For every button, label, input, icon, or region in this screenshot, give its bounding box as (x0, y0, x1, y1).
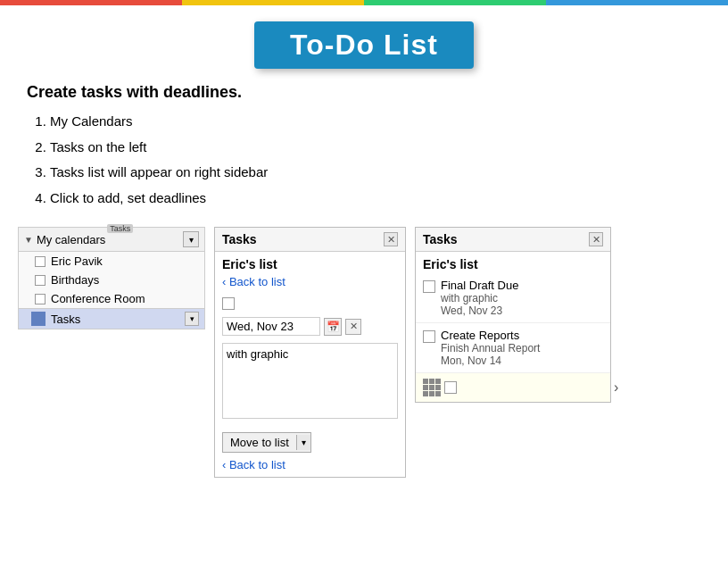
task-edit-panel-title: Tasks (222, 232, 257, 246)
task-1-checkbox[interactable] (423, 330, 435, 343)
title-section: To-Do List (0, 21, 728, 69)
back-to-list-link-top[interactable]: ‹ Back to list (215, 273, 405, 294)
task-edit-panel: Tasks ✕ Eric's list ‹ Back to list 📅 ✕ M… (214, 227, 406, 478)
page-title: To-Do List (254, 21, 474, 69)
birthdays-label: Birthdays (51, 273, 99, 287)
instructions-section: Create tasks with deadlines. My Calendar… (0, 83, 728, 211)
task-0-checkbox[interactable] (423, 280, 435, 293)
tasks-color-icon (31, 312, 46, 326)
task-edit-panel-close-button[interactable]: ✕ (384, 232, 398, 246)
instructions-list: My CalendarsTasks on the leftTasks list … (27, 109, 701, 211)
conference-room-checkbox[interactable] (35, 294, 46, 304)
sidebar-calendar: ▼ My calendars Tasks ▾ Eric Pavik Birthd… (18, 227, 205, 329)
instruction-step-2: Tasks list will appear on right sidebar (50, 160, 701, 186)
sidebar-my-calendars-label: My calendars (37, 233, 105, 246)
back-to-list-link-bottom[interactable]: ‹ Back to list (215, 456, 405, 477)
task-list-panel-subheader: Eric's list (416, 252, 610, 273)
task-list-panel-header: Tasks ✕ (416, 228, 610, 252)
move-to-list-row: Move to list ▾ (215, 425, 405, 456)
sidebar-tasks-badge: Tasks (107, 224, 133, 233)
new-task-list-checkbox[interactable] (444, 381, 457, 394)
new-task-row: › (416, 373, 610, 402)
task-0-name: Final Draft Due (441, 279, 518, 292)
eric-pavik-checkbox[interactable] (35, 256, 46, 267)
birthdays-checkbox[interactable] (35, 275, 46, 286)
task-list-panel-close-button[interactable]: ✕ (589, 232, 603, 246)
instruction-step-1: Tasks on the left (50, 135, 701, 161)
task-1-note: Finish Annual Report (441, 342, 540, 354)
move-to-list-button[interactable]: Move to list ▾ (222, 432, 311, 453)
new-task-input[interactable] (460, 381, 610, 395)
new-task-checkbox[interactable] (222, 297, 235, 310)
task-list-item-1: Create Reports Finish Annual Report Mon,… (416, 323, 610, 373)
new-task-grid-icon (423, 379, 441, 396)
date-clear-button[interactable]: ✕ (345, 319, 361, 335)
task-edit-panel-header: Tasks ✕ (215, 228, 405, 252)
new-task-expand-arrow[interactable]: › (614, 379, 618, 396)
task-1-name: Create Reports (441, 329, 540, 342)
sidebar-header: ▼ My calendars Tasks ▾ (19, 228, 204, 252)
sidebar-item-eric-pavik: Eric Pavik (19, 252, 204, 271)
top-color-bar (0, 0, 728, 5)
sidebar-collapse-arrow: ▼ (24, 235, 33, 245)
tasks-row-label: Tasks (51, 313, 179, 326)
eric-pavik-label: Eric Pavik (51, 254, 103, 268)
task-list-panel-title: Tasks (423, 232, 458, 246)
move-to-list-dropdown-arrow: ▾ (296, 435, 310, 450)
task-new-checkbox-row (215, 294, 405, 313)
tasks-arrow-button[interactable]: ▾ (185, 312, 199, 326)
task-0-note: with graphic (441, 292, 518, 304)
main-content: ▼ My calendars Tasks ▾ Eric Pavik Birthd… (0, 227, 728, 478)
move-to-list-label: Move to list (223, 433, 296, 452)
instruction-step-3: Click to add, set deadlines (50, 186, 701, 212)
sidebar-item-conference-room: Conference Room (19, 289, 204, 308)
task-list-item-0: Final Draft Due with graphic Wed, Nov 23 (416, 273, 610, 323)
task-list-panel: Tasks ✕ Eric's list Final Draft Due with… (415, 227, 611, 403)
sidebar-item-birthdays: Birthdays (19, 271, 204, 289)
instruction-step-0: My Calendars (50, 109, 701, 135)
date-input[interactable] (222, 317, 320, 336)
task-0-date: Wed, Nov 23 (441, 304, 518, 317)
task-edit-panel-subheader: Eric's list (215, 252, 405, 273)
task-1-date: Mon, Nov 14 (441, 354, 540, 367)
task-notes-textarea[interactable] (222, 343, 398, 419)
sidebar-dropdown-button[interactable]: ▾ (183, 231, 199, 247)
calendar-picker-button[interactable]: 📅 (324, 318, 342, 336)
sidebar-tasks-row: Tasks ▾ (19, 308, 204, 329)
instructions-heading: Create tasks with deadlines. (27, 83, 701, 102)
conference-room-label: Conference Room (51, 292, 145, 305)
date-row: 📅 ✕ (215, 313, 405, 339)
